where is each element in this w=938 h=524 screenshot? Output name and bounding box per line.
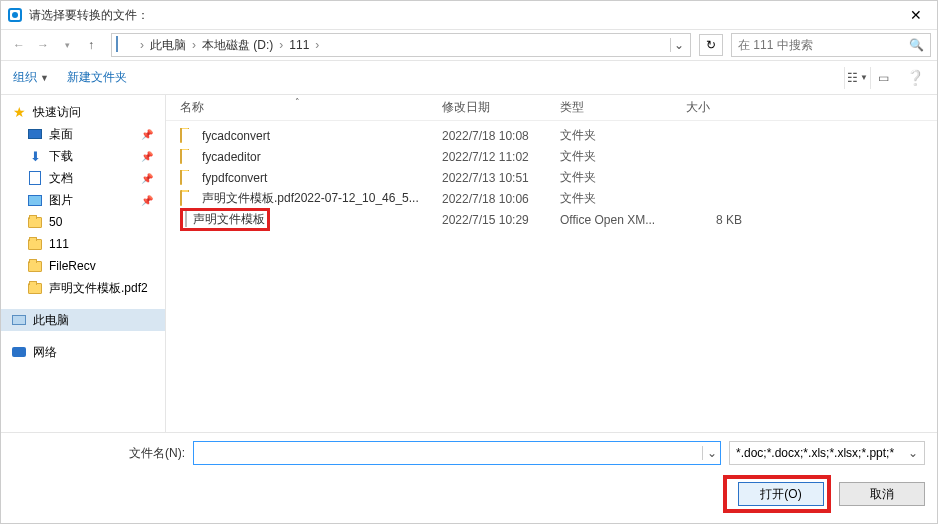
file-type: 文件夹 — [546, 190, 672, 207]
filename-dropdown[interactable]: ⌄ — [702, 446, 720, 460]
sidebar-item-folder[interactable]: 声明文件模板.pdf2 — [1, 277, 165, 299]
dialog-title: 请选择要转换的文件： — [29, 7, 901, 24]
search-box[interactable]: 🔍 — [731, 33, 931, 57]
nav-recent-dropdown[interactable]: ▾ — [55, 33, 79, 57]
sidebar-item-folder[interactable]: 111 — [1, 233, 165, 255]
folder-icon — [27, 236, 43, 252]
toolbar: 组织▼ 新建文件夹 ☷ ▼ ▭ ❔ — [1, 61, 937, 95]
search-input[interactable] — [738, 38, 909, 52]
chevron-right-icon: › — [315, 38, 319, 52]
preview-pane-button[interactable]: ▭ — [870, 67, 896, 89]
sidebar-item-downloads[interactable]: ⬇下载📌 — [1, 145, 165, 167]
chevron-right-icon: › — [192, 38, 196, 52]
app-icon — [7, 7, 23, 23]
pin-icon: 📌 — [141, 195, 153, 206]
pin-icon: 📌 — [141, 173, 153, 184]
filename-label: 文件名(N): — [13, 445, 193, 462]
filename-combo[interactable]: ⌄ — [193, 441, 721, 465]
file-row[interactable]: fycadeditor2022/7/12 11:02文件夹 — [166, 146, 937, 167]
sidebar-item-pictures[interactable]: 图片📌 — [1, 189, 165, 211]
star-icon: ★ — [11, 104, 27, 120]
breadcrumb-item[interactable]: 本地磁盘 (D:) — [200, 35, 275, 56]
documents-icon — [27, 170, 43, 186]
sidebar-quick-access[interactable]: ★ 快速访问 — [1, 101, 165, 123]
breadcrumb[interactable]: › 此电脑 › 本地磁盘 (D:) › 111 › ⌄ — [111, 33, 691, 57]
folder-icon — [27, 214, 43, 230]
column-size[interactable]: 大小 — [672, 99, 752, 116]
download-icon: ⬇ — [27, 148, 43, 164]
search-icon[interactable]: 🔍 — [909, 38, 924, 52]
folder-icon — [180, 128, 196, 144]
file-date: 2022/7/15 10:29 — [428, 213, 546, 227]
network-icon — [11, 344, 27, 360]
file-date: 2022/7/13 10:51 — [428, 171, 546, 185]
column-name[interactable]: ˄名称 — [166, 99, 428, 116]
nav-bar: ← → ▾ ↑ › 此电脑 › 本地磁盘 (D:) › 111 › ⌄ ↻ 🔍 — [1, 29, 937, 61]
file-row[interactable]: 声明文件模板.pdf2022-07-12_10_46_5...2022/7/18… — [166, 188, 937, 209]
sidebar-network[interactable]: 网络 — [1, 341, 165, 363]
sidebar-item-desktop[interactable]: 桌面📌 — [1, 123, 165, 145]
file-name: 声明文件模板 — [193, 212, 265, 226]
view-options-button[interactable]: ☷ ▼ — [844, 67, 870, 89]
nav-forward-button[interactable]: → — [31, 33, 55, 57]
column-type[interactable]: 类型 — [546, 99, 672, 116]
sidebar-item-label: 声明文件模板.pdf2 — [49, 280, 148, 297]
file-type-filter[interactable]: *.doc;*.docx;*.xls;*.xlsx;*.ppt;* ⌄ — [729, 441, 925, 465]
dialog-footer: 文件名(N): ⌄ *.doc;*.docx;*.xls;*.xlsx;*.pp… — [1, 432, 937, 523]
organize-menu[interactable]: 组织▼ — [13, 69, 49, 86]
file-type: Office Open XM... — [546, 213, 672, 227]
column-headers: ˄名称 修改日期 类型 大小 — [166, 95, 937, 121]
file-name: 声明文件模板.pdf2022-07-12_10_46_5... — [202, 190, 419, 207]
file-date: 2022/7/18 10:08 — [428, 129, 546, 143]
file-date: 2022/7/12 11:02 — [428, 150, 546, 164]
nav-back-button[interactable]: ← — [7, 33, 31, 57]
breadcrumb-dropdown[interactable]: ⌄ — [670, 38, 686, 52]
nav-up-button[interactable]: ↑ — [79, 33, 103, 57]
column-date[interactable]: 修改日期 — [428, 99, 546, 116]
pictures-icon — [27, 192, 43, 208]
folder-icon — [27, 258, 43, 274]
pin-icon: 📌 — [141, 151, 153, 162]
file-size: 8 KB — [672, 213, 752, 227]
file-date: 2022/7/18 10:06 — [428, 192, 546, 206]
sidebar-item-label: 111 — [49, 237, 69, 251]
chevron-down-icon: ⌄ — [908, 446, 918, 460]
file-name: fycadeditor — [202, 150, 261, 164]
sidebar-this-pc[interactable]: 此电脑 — [1, 309, 165, 331]
breadcrumb-item[interactable]: 111 — [287, 36, 311, 54]
file-row[interactable]: 声明文件模板2022/7/15 10:29Office Open XM...8 … — [166, 209, 937, 230]
chevron-right-icon: › — [140, 38, 144, 52]
sidebar-item-label: 此电脑 — [33, 312, 69, 329]
file-name: fypdfconvert — [202, 171, 267, 185]
new-folder-button[interactable]: 新建文件夹 — [67, 69, 127, 86]
file-row[interactable]: fycadconvert2022/7/18 10:08文件夹 — [166, 125, 937, 146]
sidebar-item-folder[interactable]: 50 — [1, 211, 165, 233]
sidebar-item-label: 50 — [49, 215, 62, 229]
document-icon — [185, 212, 187, 226]
sidebar-item-documents[interactable]: 文档📌 — [1, 167, 165, 189]
pin-icon: 📌 — [141, 129, 153, 140]
close-button[interactable]: ✕ — [901, 7, 931, 23]
folder-icon — [180, 149, 196, 165]
sidebar-item-label: 快速访问 — [33, 104, 81, 121]
file-type: 文件夹 — [546, 148, 672, 165]
pc-icon — [11, 312, 27, 328]
desktop-icon — [27, 126, 43, 142]
filename-input[interactable] — [194, 446, 702, 460]
folder-icon — [27, 280, 43, 296]
breadcrumb-item[interactable]: 此电脑 — [148, 35, 188, 56]
help-button[interactable]: ❔ — [906, 69, 925, 87]
annotation-highlight: 打开(O) — [723, 475, 831, 513]
file-row[interactable]: fypdfconvert2022/7/13 10:51文件夹 — [166, 167, 937, 188]
folder-icon — [180, 170, 196, 186]
file-name: fycadconvert — [202, 129, 270, 143]
sidebar-item-label: 下载 — [49, 148, 73, 165]
annotation-highlight: 声明文件模板 — [180, 208, 270, 231]
refresh-button[interactable]: ↻ — [699, 34, 723, 56]
open-button[interactable]: 打开(O) — [738, 482, 824, 506]
sort-asc-icon: ˄ — [295, 97, 300, 107]
folder-icon — [180, 191, 196, 207]
cancel-button[interactable]: 取消 — [839, 482, 925, 506]
chevron-right-icon: › — [279, 38, 283, 52]
sidebar-item-folder[interactable]: FileRecv — [1, 255, 165, 277]
